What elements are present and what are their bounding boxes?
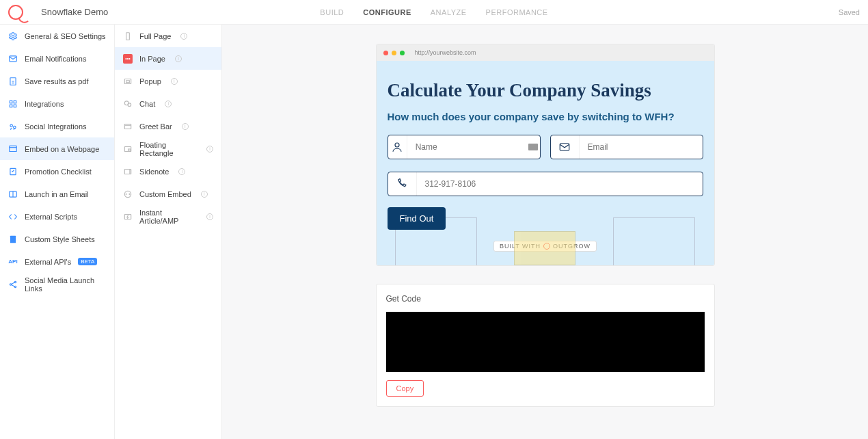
sidebar-item-social-launch-links[interactable]: Social Media Launch Links: [0, 273, 114, 295]
svg-rect-28: [560, 144, 569, 151]
svg-point-15: [14, 286, 16, 287]
sidebar-item-label: Email Notifications: [25, 55, 86, 63]
email-input[interactable]: [580, 135, 703, 159]
embed-code-box[interactable]: [386, 312, 705, 372]
name-input[interactable]: [407, 135, 526, 159]
tab-build[interactable]: BUILD: [320, 8, 344, 16]
phone-input[interactable]: [417, 172, 703, 196]
sidebar-item-custom-stylesheets[interactable]: Custom Style Sheets: [0, 228, 114, 250]
embed-type-label: Popup: [139, 77, 161, 85]
sidebar-item-external-apis[interactable]: API External API's BETA: [0, 250, 114, 273]
keyboard-icon: [526, 135, 540, 159]
chat-icon: [123, 99, 133, 109]
sidebar-item-social-integrations[interactable]: Social Integrations: [0, 115, 114, 137]
embed-type-full-page[interactable]: Full Page i: [115, 25, 221, 47]
embed-type-floating-rect[interactable]: Floating Rectangle i: [115, 137, 221, 160]
info-icon[interactable]: i: [206, 146, 213, 152]
sidebar-item-email-notifications[interactable]: Email Notifications: [0, 47, 114, 70]
sidebar-item-general-seo[interactable]: General & SEO Settings: [0, 25, 114, 47]
integrations-icon: [8, 99, 18, 109]
info-icon[interactable]: i: [206, 213, 213, 220]
phone-field[interactable]: [388, 172, 703, 196]
built-with-brand: OUTGROW: [553, 243, 591, 250]
embed-type-chat[interactable]: Chat i: [115, 92, 221, 115]
sidebar-secondary: Full Page i ••• In Page i Popup i Chat i…: [115, 25, 222, 439]
copy-button[interactable]: Copy: [386, 380, 424, 397]
embed-type-label: In Page: [139, 55, 165, 63]
sidebar-item-promotion-checklist[interactable]: Promotion Checklist: [0, 160, 114, 183]
amp-icon: [123, 212, 133, 222]
sidebar-item-launch-email[interactable]: Launch in an Email: [0, 183, 114, 205]
social-icon: [8, 122, 18, 131]
sidebar-item-label: External Scripts: [25, 213, 77, 221]
embed-type-popup[interactable]: Popup i: [115, 70, 221, 92]
mail-icon: [551, 135, 580, 159]
sidebar-item-label: Save results as pdf: [25, 77, 89, 85]
saved-status: Saved: [839, 8, 860, 16]
tab-analyze[interactable]: ANALYZE: [431, 8, 467, 16]
app-header: Snowflake Demo BUILD CONFIGURE ANALYZE P…: [0, 0, 868, 25]
mail-icon: [8, 54, 18, 64]
svg-point-0: [12, 35, 14, 38]
email-field[interactable]: [550, 135, 703, 159]
share-icon: [8, 280, 18, 289]
embed-type-sidenote[interactable]: Sidenote i: [115, 160, 221, 183]
svg-rect-3: [10, 101, 12, 103]
top-tabs: BUILD CONFIGURE ANALYZE PERFORMANCE: [320, 8, 547, 16]
sidebar-item-integrations[interactable]: Integrations: [0, 92, 114, 115]
code-icon: [8, 212, 18, 222]
built-with-badge[interactable]: BUILT WITH OUTGROW: [493, 241, 597, 252]
svg-point-27: [395, 143, 399, 147]
stylesheet-icon: [8, 235, 18, 244]
embed-type-amp[interactable]: Instant Article/AMP i: [115, 205, 221, 228]
form-subtitle: How much does your company save by switc…: [388, 111, 703, 122]
tab-configure[interactable]: CONFIGURE: [363, 8, 411, 16]
embed-type-greet-bar[interactable]: Greet Bar i: [115, 115, 221, 137]
get-code-card: Get Code Copy: [376, 284, 715, 407]
sidebar-item-label: Launch in an Email: [25, 190, 89, 198]
logo-icon: [8, 5, 23, 20]
sidebar-item-label: Social Integrations: [25, 122, 87, 131]
name-field[interactable]: [388, 135, 541, 159]
sidebar-item-embed-webpage[interactable]: Embed on a Webpage: [0, 137, 114, 160]
info-icon[interactable]: i: [171, 78, 178, 85]
info-icon[interactable]: i: [201, 191, 208, 198]
sidebar-item-label: Integrations: [25, 100, 64, 108]
sidebar-item-save-pdf[interactable]: Save results as pdf: [0, 70, 114, 92]
sidebar-item-label: Promotion Checklist: [25, 168, 92, 176]
info-icon[interactable]: i: [175, 55, 182, 62]
main-area: http://yourwebsite.com Calculate Your Co…: [222, 25, 868, 439]
sidenote-icon: [123, 167, 133, 176]
info-icon[interactable]: i: [182, 123, 189, 130]
user-icon: [388, 135, 407, 159]
traffic-light-green: [400, 51, 405, 55]
info-icon[interactable]: i: [180, 33, 187, 40]
greetbar-icon: [123, 122, 133, 131]
embed-type-label: Chat: [139, 100, 155, 108]
browser-url: http://yourwebsite.com: [415, 49, 476, 56]
checklist-icon: [8, 167, 18, 176]
embed-type-label: Custom Embed: [139, 190, 191, 198]
sidebar-item-external-scripts[interactable]: External Scripts: [0, 205, 114, 228]
info-icon[interactable]: i: [178, 168, 185, 175]
svg-rect-21: [124, 124, 131, 129]
embed-type-custom-embed[interactable]: Custom Embed i: [115, 183, 221, 205]
svg-point-14: [14, 281, 16, 282]
api-icon: API: [8, 257, 18, 267]
form-title: Calculate Your Company Savings: [388, 80, 703, 101]
sidebar-primary: General & SEO Settings Email Notificatio…: [0, 25, 115, 439]
info-icon[interactable]: i: [165, 101, 172, 107]
tab-performance[interactable]: PERFORMANCE: [486, 8, 548, 16]
built-with-prefix: BUILT WITH: [500, 243, 541, 250]
svg-point-13: [10, 283, 11, 284]
embed-icon: [8, 144, 18, 154]
svg-rect-16: [126, 32, 130, 40]
find-out-button[interactable]: Find Out: [388, 207, 446, 230]
phone-icon: [388, 172, 417, 196]
embed-type-in-page[interactable]: ••• In Page i: [115, 47, 221, 70]
settings-icon: [8, 31, 18, 41]
sidebar-item-label: Embed on a Webpage: [25, 145, 99, 153]
embed-type-label: Sidenote: [139, 168, 169, 176]
svg-rect-4: [14, 101, 16, 103]
pdf-icon: [8, 77, 18, 86]
